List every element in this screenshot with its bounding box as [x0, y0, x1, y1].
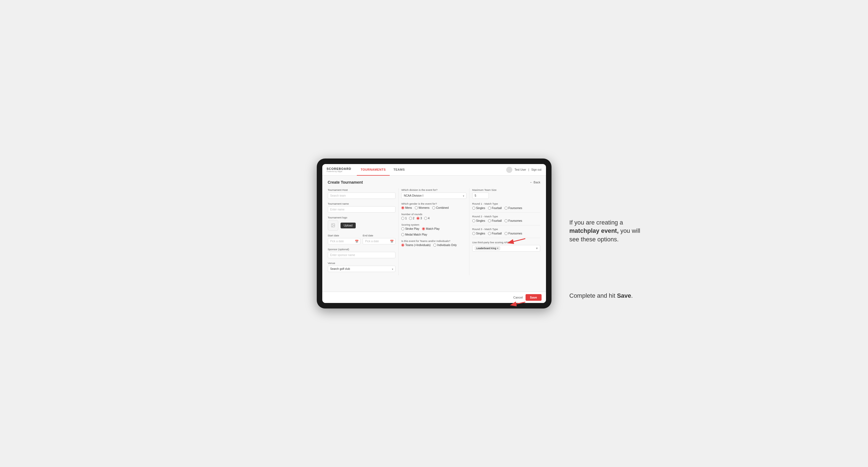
sponsor-group: Sponsor (optional)	[328, 248, 396, 258]
gender-group: Which gender is the event for? Mens Wome…	[401, 202, 466, 209]
start-date-label: Start date	[328, 234, 361, 237]
api-section: Use third-party live scoring API? Leader…	[472, 241, 540, 252]
division-select[interactable]: NCAA Division I NCAA Division II NCAA Di…	[401, 192, 466, 199]
round-2[interactable]: 2	[409, 217, 414, 220]
rounds-radio-group: 1 2 3 4	[401, 217, 466, 220]
middle-column: Which division is the event for? NCAA Di…	[399, 188, 469, 275]
svg-point-1	[332, 224, 333, 225]
end-date-label: End date	[363, 234, 396, 237]
teams-group: Is this event for Teams and/or Individua…	[401, 240, 466, 247]
venue-label: Venue	[328, 261, 396, 264]
round2-fourball[interactable]: Fourball	[488, 219, 502, 222]
rounds-label: Number of rounds	[401, 213, 466, 216]
round1-singles[interactable]: Singles	[472, 207, 485, 210]
scoring-group: Scoring system Stroke Play Match Play Me…	[401, 223, 466, 236]
page-header: Create Tournament ← Back	[328, 180, 540, 185]
page-title: Create Tournament	[328, 180, 363, 185]
sponsor-label: Sponsor (optional)	[328, 248, 396, 251]
end-date-wrapper: 📅	[363, 238, 396, 244]
save-button[interactable]: Save	[526, 294, 541, 301]
nav-right: Test User | Sign out	[506, 167, 541, 173]
round3-match-type: Round 3 - Match Type Singles Fourball Fo…	[472, 227, 540, 235]
division-label: Which division is the event for?	[401, 188, 466, 191]
round-1[interactable]: 1	[401, 217, 407, 220]
right-annotation: If you are creating a matchplay event, y…	[569, 218, 647, 244]
round-4[interactable]: 4	[424, 217, 430, 220]
tournament-name-group: Tournament name	[328, 202, 396, 213]
logo-sub: Powered by clippit	[327, 170, 351, 172]
right-column: Maximum Team Size 5 Round 1 - Match Type…	[469, 188, 540, 275]
scoring-stroke[interactable]: Stroke Play	[401, 227, 419, 230]
gender-label: Which gender is the event for?	[401, 202, 466, 205]
round2-match-type: Round 2 - Match Type Singles Fourball Fo…	[472, 215, 540, 222]
api-select-box[interactable]: Leaderboard King × ▾	[472, 245, 540, 252]
round3-fourball[interactable]: Fourball	[488, 232, 502, 235]
round3-singles[interactable]: Singles	[472, 232, 485, 235]
logo-placeholder	[328, 220, 338, 230]
nav-separator: |	[528, 168, 529, 171]
nav-tabs: TOURNAMENTS TEAMS	[357, 164, 506, 176]
user-name: Test User	[515, 168, 526, 171]
tab-tournaments[interactable]: TOURNAMENTS	[357, 164, 390, 176]
gender-womens[interactable]: Womens	[415, 206, 429, 209]
venue-select[interactable]: Search golf club	[328, 266, 396, 272]
api-label: Use third-party live scoring API?	[472, 241, 540, 244]
tournament-name-input[interactable]	[328, 206, 396, 213]
round2-foursomes[interactable]: Foursomes	[504, 219, 522, 222]
individuals-only[interactable]: Individuals Only	[433, 244, 457, 247]
round-3[interactable]: 3	[416, 217, 422, 220]
teams-radio-group: Teams (+Individuals) Individuals Only	[401, 244, 466, 247]
round3-options: Singles Fourball Foursomes	[472, 232, 540, 235]
tournament-host-label: Tournament Host	[328, 188, 396, 191]
round3-foursomes[interactable]: Foursomes	[504, 232, 522, 235]
api-tag: Leaderboard King ×	[475, 246, 500, 250]
round1-fourball[interactable]: Fourball	[488, 207, 502, 210]
gender-combined[interactable]: Combined	[432, 206, 449, 209]
teams-plus-individuals[interactable]: Teams (+Individuals)	[401, 244, 431, 247]
teams-label: Is this event for Teams and/or Individua…	[401, 240, 466, 243]
scoring-label: Scoring system	[401, 223, 466, 226]
start-date-wrapper: 📅	[328, 238, 361, 244]
round2-label: Round 2 - Match Type	[472, 215, 540, 218]
sponsor-input[interactable]	[328, 252, 396, 258]
sign-out-link[interactable]: Sign out	[531, 168, 541, 171]
start-date-group: Start date 📅	[328, 234, 361, 244]
gender-radio-group: Mens Womens Combined	[401, 206, 466, 209]
max-team-size-label: Maximum Team Size	[472, 188, 540, 191]
round3-label: Round 3 - Match Type	[472, 227, 540, 230]
api-tag-remove[interactable]: ×	[497, 247, 498, 250]
upload-button[interactable]: Upload	[341, 223, 356, 228]
round1-foursomes[interactable]: Foursomes	[504, 207, 522, 210]
date-row: Start date 📅 End date 📅	[328, 234, 396, 244]
bottom-annotation: Complete and hit Save.	[569, 292, 647, 300]
form-grid: Tournament Host Tournament name Tourname…	[328, 188, 540, 275]
round1-label: Round 1 - Match Type	[472, 202, 540, 205]
tournament-logo-group: Tournament logo Upload	[328, 216, 396, 230]
logo-upload-area: Upload	[328, 220, 396, 230]
end-date-group: End date 📅	[363, 234, 396, 244]
venue-select-wrapper: Search golf club	[328, 266, 396, 272]
api-dropdown-arrow: ▾	[536, 246, 538, 250]
cancel-button[interactable]: Cancel	[514, 296, 523, 299]
round2-singles[interactable]: Singles	[472, 219, 485, 222]
nav-bar: SCOREBOARD Powered by clippit TOURNAMENT…	[322, 164, 546, 176]
max-team-size-group: Maximum Team Size 5	[472, 188, 540, 199]
calendar-icon-end: 📅	[390, 240, 394, 243]
logo-text: SCOREBOARD	[327, 167, 351, 170]
back-button[interactable]: ← Back	[530, 181, 540, 184]
tournament-host-input[interactable]	[328, 192, 396, 199]
max-team-size-input[interactable]: 5	[472, 192, 489, 199]
tournament-name-label: Tournament name	[328, 202, 396, 205]
tablet-screen: SCOREBOARD Powered by clippit TOURNAMENT…	[322, 164, 546, 303]
scoring-medal[interactable]: Medal Match Play	[401, 233, 427, 236]
gender-mens[interactable]: Mens	[401, 206, 412, 209]
scoring-match[interactable]: Match Play	[422, 227, 439, 230]
venue-group: Venue Search golf club	[328, 261, 396, 272]
tab-teams[interactable]: TEAMS	[390, 164, 409, 176]
calendar-icon-start: 📅	[355, 240, 359, 243]
scoring-radio-group: Stroke Play Match Play Medal Match Play	[401, 227, 466, 236]
bottom-bar: Cancel Save	[322, 292, 546, 303]
rounds-group: Number of rounds 1 2 3	[401, 213, 466, 220]
main-content: Create Tournament ← Back Tournament Host…	[322, 176, 546, 292]
left-column: Tournament Host Tournament name Tourname…	[328, 188, 399, 275]
